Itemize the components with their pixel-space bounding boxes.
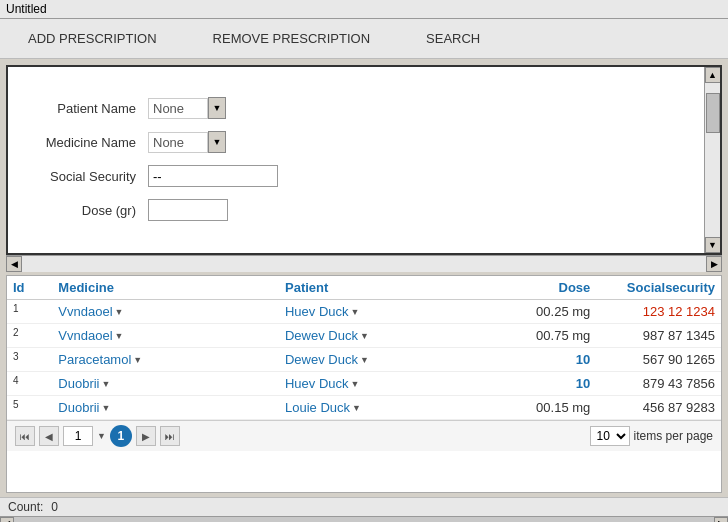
first-page-btn[interactable]: ⏮ [15, 426, 35, 446]
cell-dose: 00.25 mg [506, 300, 597, 324]
patient-dropdown-icon[interactable]: ▼ [351, 307, 360, 317]
dose-label: Dose (gr) [28, 203, 148, 218]
cell-id: 3 [7, 348, 52, 372]
cell-id: 4 [7, 372, 52, 396]
current-page-indicator: 1 [110, 425, 132, 447]
pagination-bar: ⏮ ◀ 1 ▼ 1 ▶ ⏭ 10 20 50 items per page [7, 420, 721, 451]
social-security-input[interactable] [148, 165, 278, 187]
cell-patient: Dewev Duck▼ [279, 324, 506, 348]
prev-page-btn[interactable]: ◀ [39, 426, 59, 446]
form-scrollbar[interactable]: ▲ ▼ [704, 67, 720, 253]
cell-patient: Dewev Duck▼ [279, 348, 506, 372]
patient-name-label: Patient Name [28, 101, 148, 116]
col-dose: Dose [506, 276, 597, 300]
count-value: 0 [51, 500, 58, 514]
nav-search[interactable]: SEARCH [418, 27, 488, 50]
count-label: Count: [8, 500, 43, 514]
bottom-scrollbar: ◀ ▶ [0, 516, 728, 522]
cell-medicine: Vvndaoel▼ [52, 324, 279, 348]
medicine-dropdown-icon[interactable]: ▼ [115, 307, 124, 317]
next-page-btn[interactable]: ▶ [136, 426, 156, 446]
medicine-name-control: None ▼ [148, 131, 226, 153]
medicine-dropdown-icon[interactable]: ▼ [102, 403, 111, 413]
cell-id: 2 [7, 324, 52, 348]
cell-patient: Louie Duck▼ [279, 396, 506, 420]
data-table-container: Id Medicine Patient Dose Socialsecurity … [6, 275, 722, 493]
table-row: 4Duobrii▼Huev Duck▼10879 43 7856 [7, 372, 721, 396]
title-bar: Untitled [0, 0, 728, 19]
page-dropdown-btn[interactable]: ▼ [97, 431, 106, 441]
medicine-name-text: Vvndaoel [58, 328, 112, 343]
cell-dose: 10 [506, 372, 597, 396]
nav-add-prescription[interactable]: ADD PRESCRIPTION [20, 27, 165, 50]
cell-dose: 10 [506, 348, 597, 372]
medicine-dropdown-icon[interactable]: ▼ [115, 331, 124, 341]
cell-medicine: Paracetamol▼ [52, 348, 279, 372]
col-id: Id [7, 276, 52, 300]
cell-medicine: Duobrii▼ [52, 372, 279, 396]
medicine-name-row: Medicine Name None ▼ [28, 131, 684, 153]
cell-medicine: Vvndaoel▼ [52, 300, 279, 324]
h-scroll-left-btn[interactable]: ◀ [6, 256, 22, 272]
patient-name-text: Dewev Duck [285, 352, 358, 367]
data-table: Id Medicine Patient Dose Socialsecurity … [7, 276, 721, 420]
cell-patient: Huev Duck▼ [279, 300, 506, 324]
h-scroll-track [22, 256, 706, 272]
medicine-name-value: None [148, 132, 208, 153]
patient-dropdown-icon[interactable]: ▼ [351, 379, 360, 389]
medicine-dropdown-icon[interactable]: ▼ [102, 379, 111, 389]
medicine-name-text: Duobrii [58, 376, 99, 391]
patient-dropdown-icon[interactable]: ▼ [352, 403, 361, 413]
medicine-name-label: Medicine Name [28, 135, 148, 150]
last-page-btn[interactable]: ⏭ [160, 426, 180, 446]
page-number-input[interactable]: 1 [63, 426, 93, 446]
dose-input[interactable] [148, 199, 228, 221]
scroll-thumb[interactable] [706, 93, 720, 133]
bottom-scroll-left[interactable]: ◀ [0, 517, 14, 523]
col-medicine: Medicine [52, 276, 279, 300]
nav-remove-prescription[interactable]: REMOVE PRESCRIPTION [205, 27, 378, 50]
cell-patient: Huev Duck▼ [279, 372, 506, 396]
patient-name-text: Huev Duck [285, 304, 349, 319]
social-security-row: Social Security [28, 165, 684, 187]
scroll-up-btn[interactable]: ▲ [705, 67, 721, 83]
items-per-page-select[interactable]: 10 20 50 [590, 426, 630, 446]
form-h-scrollbar: ◀ ▶ [6, 255, 722, 271]
cell-id: 5 [7, 396, 52, 420]
nav-bar: ADD PRESCRIPTION REMOVE PRESCRIPTION SEA… [0, 19, 728, 59]
cell-socialsecurity: 987 87 1345 [596, 324, 721, 348]
patient-dropdown-icon[interactable]: ▼ [360, 331, 369, 341]
table-row: 1Vvndaoel▼Huev Duck▼00.25 mg123 12 1234 [7, 300, 721, 324]
bottom-scroll-right[interactable]: ▶ [714, 517, 728, 523]
cell-socialsecurity: 456 87 9283 [596, 396, 721, 420]
bottom-scroll-track [14, 517, 714, 523]
count-bar: Count: 0 [0, 497, 728, 516]
main-content: Patient Name None ▼ Medicine Name None ▼… [0, 59, 728, 497]
cell-socialsecurity: 879 43 7856 [596, 372, 721, 396]
form-inner: Patient Name None ▼ Medicine Name None ▼… [8, 77, 704, 243]
medicine-name-text: Paracetamol [58, 352, 131, 367]
social-security-label: Social Security [28, 169, 148, 184]
h-scroll-right-btn[interactable]: ▶ [706, 256, 722, 272]
cell-id: 1 [7, 300, 52, 324]
form-panel: Patient Name None ▼ Medicine Name None ▼… [6, 65, 722, 255]
social-security-control [148, 165, 278, 187]
medicine-dropdown-icon[interactable]: ▼ [133, 355, 142, 365]
table-row: 3Paracetamol▼Dewev Duck▼10567 90 1265 [7, 348, 721, 372]
patient-name-dropdown[interactable]: ▼ [208, 97, 226, 119]
scroll-down-btn[interactable]: ▼ [705, 237, 721, 253]
cell-dose: 00.15 mg [506, 396, 597, 420]
table-row: 2Vvndaoel▼Dewev Duck▼00.75 mg987 87 1345 [7, 324, 721, 348]
cell-dose: 00.75 mg [506, 324, 597, 348]
patient-name-text: Louie Duck [285, 400, 350, 415]
col-patient: Patient [279, 276, 506, 300]
medicine-name-dropdown[interactable]: ▼ [208, 131, 226, 153]
medicine-name-text: Duobrii [58, 400, 99, 415]
cell-medicine: Duobrii▼ [52, 396, 279, 420]
col-socialsecurity: Socialsecurity [596, 276, 721, 300]
patient-dropdown-icon[interactable]: ▼ [360, 355, 369, 365]
patient-name-text: Huev Duck [285, 376, 349, 391]
dose-control [148, 199, 228, 221]
table-row: 5Duobrii▼Louie Duck▼00.15 mg456 87 9283 [7, 396, 721, 420]
table-header-row: Id Medicine Patient Dose Socialsecurity [7, 276, 721, 300]
